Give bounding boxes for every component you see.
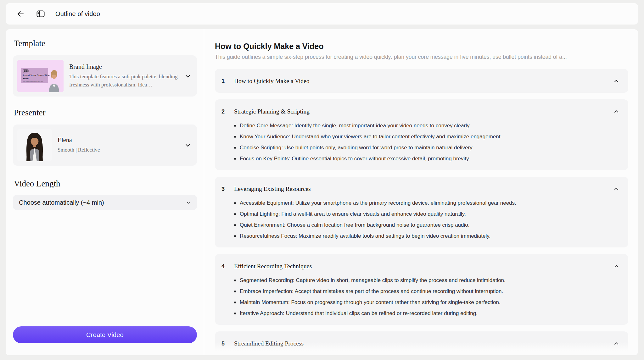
bullet-item: Know Your Audience: Understand who your … — [234, 133, 619, 140]
bullet-item: Accessible Equipment: Utilize your smart… — [234, 200, 619, 207]
chevron-down-icon[interactable] — [184, 142, 191, 149]
bullet-item: Segmented Recording: Capture video in sh… — [234, 277, 619, 284]
section-bullets: Define Core Message: Identify the single… — [221, 122, 619, 162]
bullet-item: Optimal Lighting: Find a well-lit area t… — [234, 211, 619, 218]
panel-layout-icon — [36, 10, 45, 18]
section-number: 4 — [221, 263, 227, 270]
section-title: Efficient Recording Techniques — [234, 263, 613, 270]
main-panel: Template Insert Your Cover Title Here Yo… — [6, 29, 638, 355]
section-header[interactable]: 5 Streamlined Editing Process — [221, 340, 619, 347]
presenter-meta: Elena Smooth | Reflective — [58, 136, 179, 154]
chevron-down-icon[interactable] — [184, 73, 191, 80]
chevron-down-icon — [186, 200, 191, 205]
toggle-sidebar-button[interactable] — [35, 8, 46, 19]
bullet-item: Quiet Environment: Choose a calm locatio… — [234, 222, 619, 229]
bullet-item: Define Core Message: Identify the single… — [234, 122, 619, 129]
template-selector[interactable]: Insert Your Cover Title Here Your suppor… — [13, 55, 197, 97]
section-number: 5 — [221, 340, 227, 347]
template-meta: Brand Image This template features a sof… — [69, 63, 179, 89]
bullet-item: Maintain Momentum: Focus on progressing … — [234, 299, 619, 306]
presenter-heading: Presenter — [14, 108, 197, 118]
settings-sidebar: Template Insert Your Cover Title Here Yo… — [6, 29, 204, 355]
svg-text:Insert Your Cover Title: Insert Your Cover Title — [23, 74, 50, 77]
chevron-up-icon[interactable] — [613, 186, 619, 192]
bullet-item: Concise Scripting: Use bullet points onl… — [234, 144, 619, 151]
chevron-up-icon[interactable] — [613, 341, 619, 347]
create-video-button[interactable]: Create Video — [13, 326, 197, 343]
outline-subtitle: This guide outlines a simple six-step pr… — [215, 54, 628, 60]
video-length-heading: Video Length — [14, 179, 197, 189]
presenter-name: Elena — [58, 136, 179, 144]
svg-text:Your supporting sentence goes: Your supporting sentence goes here — [23, 80, 43, 82]
outline-section-4: 4 Efficient Recording Techniques Segment… — [215, 254, 628, 325]
video-length-value: Choose automatically (~4 min) — [19, 199, 104, 206]
section-title: Streamlined Editing Process — [234, 340, 613, 347]
outline-panel: How to Quickly Make a Video This guide o… — [204, 29, 638, 355]
chevron-up-icon[interactable] — [613, 78, 619, 84]
section-header[interactable]: 1 How to Quickly Make a Video — [221, 77, 619, 85]
back-arrow-icon — [16, 9, 25, 18]
bullet-item: Resourcefulness Focus: Maximize readily … — [234, 233, 619, 240]
section-header[interactable]: 3 Leveraging Existing Resources — [221, 185, 619, 193]
chevron-up-icon[interactable] — [613, 108, 619, 115]
template-heading: Template — [14, 39, 197, 48]
section-title: How to Quickly Make a Video — [234, 77, 613, 85]
svg-text:Here: Here — [23, 77, 29, 80]
outline-title: How to Quickly Make a Video — [215, 42, 628, 51]
template-description: This template features a soft pink palet… — [69, 73, 179, 89]
template-name: Brand Image — [69, 63, 179, 70]
page-title: Outline of video — [55, 10, 100, 18]
section-number: 3 — [221, 185, 227, 193]
presenter-selector[interactable]: Elena Smooth | Reflective — [13, 125, 197, 166]
template-thumbnail: Insert Your Cover Title Here Your suppor… — [17, 60, 64, 92]
bullet-item: Focus on Key Points: Outline essential t… — [234, 155, 619, 162]
chevron-up-icon[interactable] — [613, 263, 619, 269]
outline-section-1: 1 How to Quickly Make a Video — [215, 69, 628, 93]
section-title: Strategic Planning & Scripting — [234, 108, 613, 115]
outline-section-5: 5 Streamlined Editing Process — [215, 331, 628, 355]
bullet-item: Iterative Approach: Understand that indi… — [234, 310, 619, 317]
section-number: 1 — [221, 77, 227, 85]
presenter-photo — [17, 129, 52, 161]
section-title: Leveraging Existing Resources — [234, 185, 613, 193]
back-button[interactable] — [15, 8, 26, 19]
presenter-traits: Smooth | Reflective — [58, 146, 179, 154]
outline-section-3: 3 Leveraging Existing Resources Accessib… — [215, 177, 628, 247]
section-header[interactable]: 4 Efficient Recording Techniques — [221, 263, 619, 270]
top-bar: Outline of video — [6, 3, 638, 25]
section-bullets: Segmented Recording: Capture video in sh… — [221, 277, 619, 317]
video-length-dropdown[interactable]: Choose automatically (~4 min) — [13, 195, 197, 210]
section-bullets: Accessible Equipment: Utilize your smart… — [221, 200, 619, 240]
outline-section-2: 2 Strategic Planning & Scripting Define … — [215, 99, 628, 170]
section-header[interactable]: 2 Strategic Planning & Scripting — [221, 108, 619, 115]
outline-sections: 1 How to Quickly Make a Video 2 Strategi… — [215, 69, 628, 355]
bullet-item: Embrace Imperfection: Accept that mistak… — [234, 288, 619, 295]
section-number: 2 — [221, 108, 227, 115]
